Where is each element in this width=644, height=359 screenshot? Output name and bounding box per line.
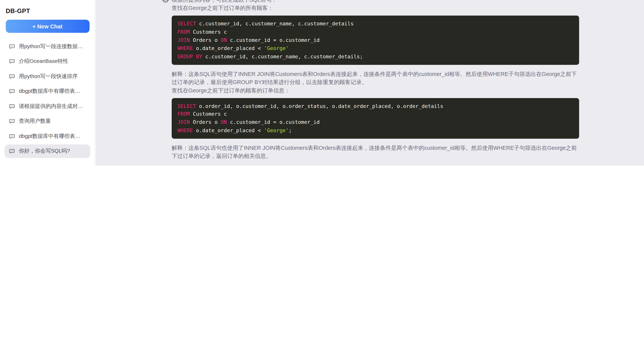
chat-bubble-icon (9, 88, 15, 94)
sidebar: DB-GPT + New Chat 用python写一段连接数据…介绍Ocean… (0, 0, 95, 166)
sql-code-block: SELECT c.customer_id, c.customer_name, c… (172, 15, 579, 64)
robot-icon (162, 0, 169, 3)
sidebar-chat-item[interactable]: dbgpt数据库中有哪些表… (4, 84, 90, 98)
message-text-line: 查找在George之前下过订单的所有顾客： (172, 4, 579, 12)
chat-item-label: 你好，你会写SQL吗? (19, 147, 70, 155)
message-scroll-area[interactable]: 根据所提供内容，可以生成以下SQL语句：查找在George之前下过订单的所有顾客… (96, 0, 644, 166)
chat-bubble-icon (9, 148, 15, 154)
sql-code-block: SELECT o.order_id, o.customer_id, o.orde… (172, 98, 579, 139)
sidebar-chat-item[interactable]: dbgpt数据库中有哪些表… (4, 129, 90, 143)
assistant-message: 根据所提供内容，可以生成以下SQL语句：查找在George之前下过订单的所有顾客… (162, 0, 579, 161)
message-text-line: 解释：这条SQL语句也使用了INNER JOIN将Customers表和Orde… (172, 144, 579, 161)
chat-bubble-icon (9, 103, 15, 109)
chat-item-label: dbgpt数据库中有哪些表… (19, 132, 80, 140)
message-content: 根据所提供内容，可以生成以下SQL语句：查找在George之前下过订单的所有顾客… (172, 0, 579, 161)
sidebar-chat-item[interactable]: 你好，你会写SQL吗? (4, 144, 90, 158)
chat-item-label: 请根据提供的内容生成对… (19, 102, 83, 110)
chat-history-list: 用python写一段连接数据…介绍OceanBase特性用python写一段快速… (0, 39, 95, 158)
chat-bubble-icon (9, 133, 15, 139)
chat-item-label: 介绍OceanBase特性 (19, 57, 68, 65)
message-text-line: 查找在George之前下过订单的顾客的订单信息： (172, 86, 579, 94)
message-text-line: 根据所提供内容，可以生成以下SQL语句： (172, 0, 579, 4)
chat-bubble-icon (9, 73, 15, 79)
app-title: DB-GPT (6, 7, 95, 14)
sidebar-chat-item[interactable]: 查询用户数量 (4, 114, 90, 128)
chat-main: 根据所提供内容，可以生成以下SQL语句：查找在George之前下过订单的所有顾客… (96, 0, 644, 166)
assistant-message-band: 根据所提供内容，可以生成以下SQL语句：查找在George之前下过订单的所有顾客… (96, 0, 644, 166)
sidebar-chat-item[interactable]: 用python写一段连接数据… (4, 39, 90, 53)
sidebar-chat-item[interactable]: 请根据提供的内容生成对… (4, 99, 90, 113)
chat-item-label: 用python写一段快速排序 (19, 72, 78, 80)
chat-bubble-icon (9, 118, 15, 124)
message-gutter (162, 0, 169, 161)
new-chat-button[interactable]: + New Chat (6, 20, 89, 33)
sidebar-chat-item[interactable]: 介绍OceanBase特性 (4, 54, 90, 68)
chat-item-label: 用python写一段连接数据… (19, 42, 83, 50)
chat-item-label: dbgpt数据库中有哪些表… (19, 87, 80, 95)
chat-bubble-icon (9, 43, 15, 49)
app-root: DB-GPT + New Chat 用python写一段连接数据…介绍Ocean… (0, 0, 644, 166)
message-text-line: 解释：这条SQL语句使用了INNER JOIN将Customers表和Order… (172, 70, 579, 86)
sidebar-chat-item[interactable]: 用python写一段快速排序 (4, 69, 90, 83)
chat-item-label: 查询用户数量 (19, 117, 51, 125)
chat-bubble-icon (9, 58, 15, 64)
